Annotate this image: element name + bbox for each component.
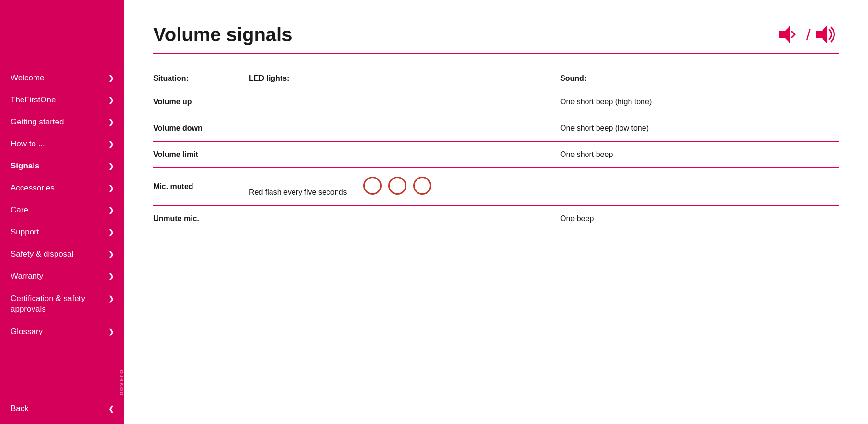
chevron-right-icon: ❯ xyxy=(108,228,114,236)
led-cell xyxy=(249,206,560,232)
chevron-right-icon: ❯ xyxy=(108,295,114,302)
volume-icon-group: / xyxy=(778,24,839,45)
chevron-right-icon: ❯ xyxy=(108,184,114,192)
table-row: Volume down One short beep (low tone) xyxy=(153,115,839,142)
sound-cell: One short beep xyxy=(560,142,839,168)
table-row: Unmute mic. One beep xyxy=(153,206,839,232)
sidebar: Welcome ❯ TheFirstOne ❯ Getting started … xyxy=(0,0,124,424)
led-cell xyxy=(249,89,560,115)
led-cell xyxy=(249,142,560,168)
volume-low-icon xyxy=(778,24,802,45)
sidebar-top xyxy=(0,0,124,67)
led-circle-1 xyxy=(363,177,382,195)
led-circle-3 xyxy=(413,177,431,195)
col-header-situation: Situation: xyxy=(153,68,249,89)
led-icons-group xyxy=(363,177,431,195)
brand-watermark: novero xyxy=(115,369,124,395)
situation-cell: Unmute mic. xyxy=(153,206,249,232)
sidebar-item-label-accessories: Accessories xyxy=(11,183,55,193)
sidebar-item-glossary[interactable]: Glossary ❯ xyxy=(0,321,124,343)
sidebar-item-support[interactable]: Support ❯ xyxy=(0,221,124,243)
chevron-right-icon: ❯ xyxy=(108,250,114,258)
situation-cell: Volume limit xyxy=(153,142,249,168)
sidebar-item-label-certification: Certification & safety approvals xyxy=(11,293,101,314)
sidebar-item-label-thefirstone: TheFirstOne xyxy=(11,95,56,105)
table-row: Volume limit One short beep xyxy=(153,142,839,168)
svg-marker-3 xyxy=(816,26,827,43)
sidebar-item-safety[interactable]: Safety & disposal ❯ xyxy=(0,243,124,265)
svg-line-2 xyxy=(792,34,795,37)
led-cell: Red flash every five seconds xyxy=(249,168,560,206)
led-circle-2 xyxy=(388,177,406,195)
sidebar-item-welcome[interactable]: Welcome ❯ xyxy=(0,67,124,89)
sidebar-item-getting-started[interactable]: Getting started ❯ xyxy=(0,111,124,133)
table-row: Mic. muted Red flash every five seconds xyxy=(153,168,839,206)
divider-slash: / xyxy=(806,26,811,44)
col-header-sound: Sound: xyxy=(560,68,839,89)
nav-items: Welcome ❯ TheFirstOne ❯ Getting started … xyxy=(0,67,124,393)
sidebar-item-label-support: Support xyxy=(11,227,39,237)
chevron-right-icon: ❯ xyxy=(108,162,114,170)
sidebar-item-label-glossary: Glossary xyxy=(11,327,43,336)
sidebar-item-accessories[interactable]: Accessories ❯ xyxy=(0,177,124,199)
sidebar-item-signals[interactable]: Signals ❯ xyxy=(0,155,124,177)
sidebar-item-label-safety: Safety & disposal xyxy=(11,249,73,259)
sidebar-item-how-to[interactable]: How to ... ❯ xyxy=(0,133,124,155)
situation-cell: Volume up xyxy=(153,89,249,115)
back-button[interactable]: Back xyxy=(11,404,29,413)
sidebar-item-label-signals: Signals xyxy=(11,161,39,171)
sidebar-item-warranty[interactable]: Warranty ❯ xyxy=(0,265,124,287)
table-header-row: Situation: LED lights: Sound: xyxy=(153,68,839,89)
sidebar-item-label-care: Care xyxy=(11,205,28,215)
chevron-right-icon: ❯ xyxy=(108,272,114,280)
main-content: Volume signals / Situation: LED lights: … xyxy=(124,0,868,424)
sidebar-item-label-getting-started: Getting started xyxy=(11,117,64,127)
sidebar-item-certification[interactable]: Certification & safety approvals ❯ xyxy=(0,287,124,321)
svg-marker-0 xyxy=(779,26,790,43)
page-header: Volume signals / xyxy=(153,24,839,54)
sidebar-item-label-how-to: How to ... xyxy=(11,139,45,149)
sidebar-item-care[interactable]: Care ❯ xyxy=(0,199,124,221)
sidebar-item-thefirstone[interactable]: TheFirstOne ❯ xyxy=(0,89,124,111)
chevron-right-icon: ❯ xyxy=(108,206,114,214)
sidebar-item-label-warranty: Warranty xyxy=(11,271,43,281)
led-cell xyxy=(249,115,560,142)
chevron-right-icon: ❯ xyxy=(108,96,114,104)
signals-table: Situation: LED lights: Sound: Volume up … xyxy=(153,68,839,232)
chevron-right-icon: ❯ xyxy=(108,74,114,82)
sidebar-item-label-welcome: Welcome xyxy=(11,73,45,83)
chevron-right-icon: ❯ xyxy=(108,118,114,126)
back-chevron-icon[interactable]: ❮ xyxy=(108,405,114,413)
sound-cell: One short beep (low tone) xyxy=(560,115,839,142)
sound-cell xyxy=(560,168,839,206)
sidebar-back-section: Back ❮ xyxy=(0,393,124,424)
sound-cell: One beep xyxy=(560,206,839,232)
volume-high-icon xyxy=(814,24,839,45)
chevron-right-icon: ❯ xyxy=(108,140,114,148)
page-title: Volume signals xyxy=(153,24,292,45)
sound-cell: One short beep (high tone) xyxy=(560,89,839,115)
situation-cell: Volume down xyxy=(153,115,249,142)
situation-cell: Mic. muted xyxy=(153,168,249,206)
chevron-right-icon: ❯ xyxy=(108,328,114,335)
col-header-led: LED lights: xyxy=(249,68,560,89)
table-row: Volume up One short beep (high tone) xyxy=(153,89,839,115)
